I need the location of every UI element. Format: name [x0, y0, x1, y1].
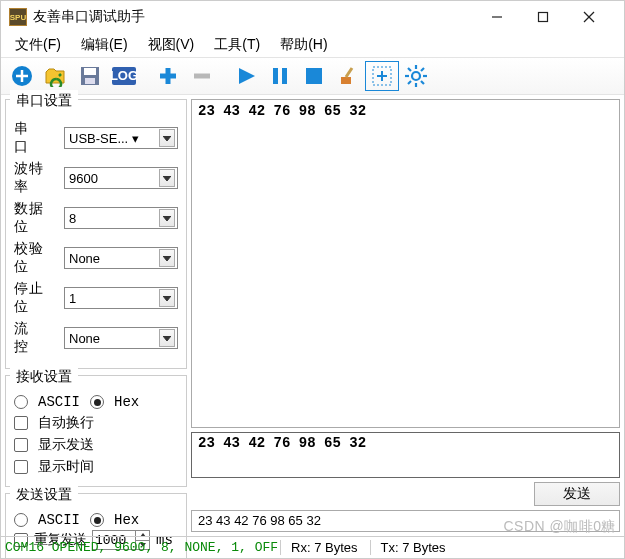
settings-icon[interactable] [399, 61, 433, 91]
chevron-down-icon [159, 209, 175, 227]
stop-combo[interactable]: 1 [64, 287, 178, 309]
close-button[interactable] [576, 4, 602, 30]
data-label: 数据位 [14, 200, 58, 236]
serial-settings-group: 串口设置 串 口 USB-SE... ▾ 波特率 9600 数据位 8 校验位 … [5, 99, 187, 369]
port-label: 串 口 [14, 120, 58, 156]
flow-combo[interactable]: None [64, 327, 178, 349]
add-icon[interactable] [5, 61, 39, 91]
recv-settings-title: 接收设置 [10, 366, 78, 390]
recv-settings-group: 接收设置 ASCII Hex 自动换行 显示发送 显示时间 [5, 375, 187, 487]
svg-marker-35 [163, 216, 171, 221]
port-combo[interactable]: USB-SE... ▾ [64, 127, 178, 149]
clear-icon[interactable] [331, 61, 365, 91]
stop-value: 1 [69, 291, 76, 306]
chevron-down-icon [159, 289, 175, 307]
send-hex-radio[interactable] [90, 513, 104, 527]
status-rx: Rx: 7 Bytes [280, 540, 367, 555]
titlebar: SPU 友善串口调试助手 [1, 1, 624, 33]
data-value: 8 [69, 211, 76, 226]
baud-value: 9600 [69, 171, 98, 186]
svg-marker-36 [163, 256, 171, 261]
baud-label: 波特率 [14, 160, 58, 196]
recv-hex-radio[interactable] [90, 395, 104, 409]
maximize-button[interactable] [530, 4, 556, 30]
plus-icon[interactable] [151, 61, 185, 91]
send-hex-label: Hex [114, 512, 139, 528]
app-icon: SPU [9, 8, 27, 26]
menubar: 文件(F) 编辑(E) 视图(V) 工具(T) 帮助(H) [1, 33, 624, 57]
window-title: 友善串口调试助手 [33, 8, 484, 26]
menu-help[interactable]: 帮助(H) [272, 34, 335, 56]
svg-rect-17 [282, 68, 287, 84]
svg-text:LOG: LOG [111, 68, 137, 83]
save-icon[interactable] [73, 61, 107, 91]
port-value: USB-SE... ▾ [69, 131, 139, 146]
svg-line-30 [421, 81, 424, 84]
recv-showtime-label: 显示时间 [38, 458, 94, 476]
svg-line-29 [408, 68, 411, 71]
svg-marker-34 [163, 176, 171, 181]
parity-value: None [69, 251, 100, 266]
svg-rect-16 [273, 68, 278, 84]
svg-rect-9 [85, 78, 95, 84]
left-panel: 串口设置 串 口 USB-SE... ▾ 波特率 9600 数据位 8 校验位 … [1, 95, 191, 536]
rx-textarea[interactable]: 23 43 42 76 98 65 32 [191, 99, 620, 428]
serial-settings-title: 串口设置 [10, 90, 78, 114]
chevron-down-icon [159, 169, 175, 187]
svg-rect-19 [341, 77, 351, 84]
history-value: 23 43 42 76 98 65 32 [198, 513, 321, 528]
log-icon[interactable]: LOG [107, 61, 141, 91]
tx-textarea[interactable]: 23 43 42 76 98 65 32 [191, 432, 620, 478]
minimize-button[interactable] [484, 4, 510, 30]
parity-label: 校验位 [14, 240, 58, 276]
svg-marker-37 [163, 296, 171, 301]
menu-tools[interactable]: 工具(T) [206, 34, 268, 56]
chevron-down-icon [159, 329, 175, 347]
chevron-down-icon [159, 129, 175, 147]
status-connection: COM16 OPENED, 9600, 8, NONE, 1, OFF [5, 540, 278, 555]
play-icon[interactable] [229, 61, 263, 91]
toolbar: LOG [1, 57, 624, 95]
open-folder-icon[interactable] [39, 61, 73, 91]
svg-line-32 [408, 81, 411, 84]
send-button[interactable]: 发送 [534, 482, 620, 506]
recv-ascii-radio[interactable] [14, 395, 28, 409]
menu-edit[interactable]: 编辑(E) [73, 34, 136, 56]
parity-combo[interactable]: None [64, 247, 178, 269]
svg-rect-18 [306, 68, 322, 84]
recv-showsend-check[interactable] [14, 438, 28, 452]
svg-point-24 [412, 72, 420, 80]
select-mode-icon[interactable] [365, 61, 399, 91]
menu-view[interactable]: 视图(V) [140, 34, 203, 56]
history-combo[interactable]: 23 43 42 76 98 65 32 [191, 510, 620, 532]
minus-icon[interactable] [185, 61, 219, 91]
statusbar: COM16 OPENED, 9600, 8, NONE, 1, OFF Rx: … [1, 536, 624, 558]
send-ascii-label: ASCII [38, 512, 80, 528]
svg-line-20 [346, 68, 352, 77]
recv-hex-label: Hex [114, 394, 139, 410]
stop-icon[interactable] [297, 61, 331, 91]
svg-rect-1 [539, 13, 548, 22]
recv-ascii-label: ASCII [38, 394, 80, 410]
send-settings-title: 发送设置 [10, 484, 78, 508]
flow-label: 流 控 [14, 320, 58, 356]
svg-line-31 [421, 68, 424, 71]
pause-icon[interactable] [263, 61, 297, 91]
recv-showtime-check[interactable] [14, 460, 28, 474]
flow-value: None [69, 331, 100, 346]
baud-combo[interactable]: 9600 [64, 167, 178, 189]
svg-rect-8 [84, 68, 96, 75]
svg-marker-33 [163, 136, 171, 141]
chevron-down-icon [159, 249, 175, 267]
svg-marker-15 [239, 68, 255, 84]
svg-marker-38 [163, 336, 171, 341]
recv-wrap-check[interactable] [14, 416, 28, 430]
stop-label: 停止位 [14, 280, 58, 316]
recv-wrap-label: 自动换行 [38, 414, 94, 432]
recv-showsend-label: 显示发送 [38, 436, 94, 454]
data-combo[interactable]: 8 [64, 207, 178, 229]
right-panel: 23 43 42 76 98 65 32 23 43 42 76 98 65 3… [191, 95, 624, 536]
menu-file[interactable]: 文件(F) [7, 34, 69, 56]
status-tx: Tx: 7 Bytes [370, 540, 456, 555]
send-ascii-radio[interactable] [14, 513, 28, 527]
